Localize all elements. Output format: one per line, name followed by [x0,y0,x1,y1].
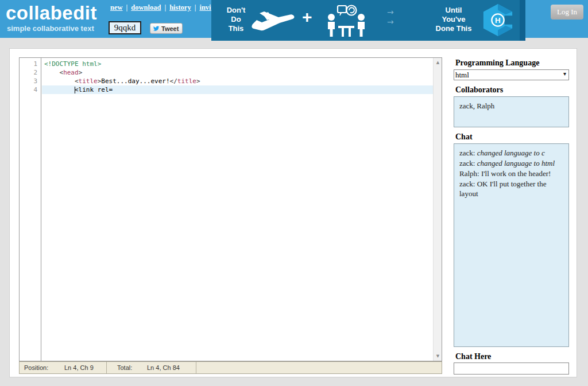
code-line[interactable]: <link rel= [42,85,433,94]
ad-plus-sign: + [302,7,312,27]
svg-text:H: H [495,16,501,25]
line-number: 4 [20,85,41,94]
app-logo[interactable]: collabedit [6,2,97,24]
airplane-icon [250,7,296,33]
twitter-bird-icon [153,25,160,32]
statusbar-position-cell: Position: Ln 4, Ch 9 [20,362,107,373]
language-select[interactable]: html [454,69,569,80]
app-tagline: simple collaborative text [7,24,94,33]
nav-separator: | [164,3,166,11]
chat-input[interactable] [454,362,569,375]
tweet-button-label: Tweet [161,25,179,32]
position-value: Ln 4, Ch 9 [64,364,94,371]
document-id-input[interactable] [109,21,141,34]
ad-edge-strip [520,0,525,41]
ad-banner[interactable]: Don'tDoThis + →→ UntilYou'veDone This H [211,0,525,41]
chat-message: zack: changed language to c [459,148,563,158]
collaborators-heading: Collaborators [455,85,503,95]
hexagon-c-logo-icon: H [481,3,514,37]
code-line[interactable]: <title>Best...day...ever!</title> [42,77,433,85]
total-label: Total: [107,364,147,371]
nav-link-history[interactable]: history [169,3,191,11]
code-line[interactable]: <!DOCTYPE html> [42,60,433,68]
line-number: 1 [20,60,41,68]
login-button[interactable]: Log In [551,5,583,20]
line-number: 3 [20,77,41,85]
header-nav: new|download|history|invite [108,3,219,12]
editor-scrollbar[interactable]: ▲ ▼ [433,58,442,361]
chat-message: Ralph: I'll work on the header! [459,169,563,178]
chat-message: zack: changed language to html [459,158,563,168]
scroll-up-arrow-icon[interactable]: ▲ [434,58,442,67]
meeting-icon [324,4,369,37]
chat-input-heading: Chat Here [455,352,491,361]
language-select-wrap: html ▾ [454,69,569,80]
editor-gutter: 1234 [20,58,41,361]
line-number: 2 [20,68,41,77]
collaborators-list: zack, Ralph [459,102,494,110]
collaborators-box: zack, Ralph [454,96,569,127]
language-heading: Programming Language [455,59,539,68]
nav-separator: | [195,3,196,11]
ad-right-text: UntilYou'veDone This [425,6,482,33]
nav-link-new[interactable]: new [110,3,123,11]
total-value: Ln 4, Ch 84 [147,364,180,371]
code-editor[interactable]: 1234 <!DOCTYPE html> <head> <title>Best.… [19,57,442,361]
chat-messages: zack: changed language to czack: changed… [454,143,569,347]
nav-link-download[interactable]: download [131,3,161,11]
ad-left-text: Don'tDoThis [218,6,254,33]
ad-arrows-icon: →→ [387,7,394,27]
position-label: Position: [20,364,64,371]
tweet-button[interactable]: Tweet [150,23,183,34]
code-line[interactable]: <head> [42,68,433,77]
chat-message: zack: OK I'll put together the layout [459,179,563,198]
editor-caret [75,87,75,93]
editor-code[interactable]: <!DOCTYPE html> <head> <title>Best...day… [42,58,433,361]
scroll-down-arrow-icon[interactable]: ▼ [434,352,442,361]
statusbar-total-cell: Total: Ln 4, Ch 84 [107,362,196,373]
chat-heading: Chat [455,132,473,142]
editor-statusbar: Position: Ln 4, Ch 9 Total: Ln 4, Ch 84 [19,361,442,374]
nav-separator: | [126,3,128,11]
